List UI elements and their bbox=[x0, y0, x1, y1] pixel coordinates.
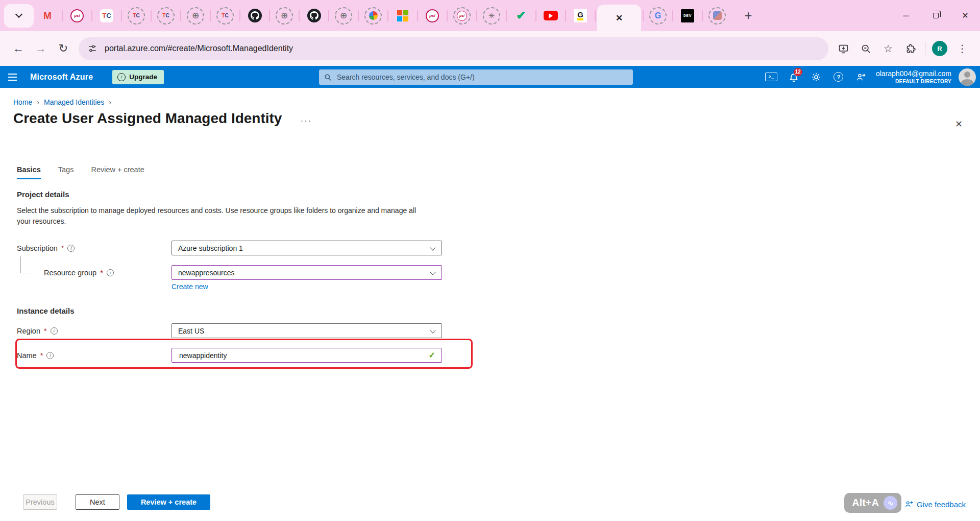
resource-group-label: Resource group* i bbox=[44, 265, 114, 280]
account-info[interactable]: olaraph004@gmail.com DEFAULT DIRECTORY bbox=[876, 69, 951, 85]
browser-tab-active[interactable]: ✕ bbox=[597, 5, 641, 31]
github-icon bbox=[248, 9, 262, 22]
tab-separator bbox=[210, 10, 211, 21]
browser-tab-github[interactable] bbox=[242, 5, 267, 27]
tab-separator bbox=[672, 10, 673, 21]
bookmark-star-icon[interactable]: ☆ bbox=[877, 38, 899, 59]
chevron-down-icon bbox=[430, 327, 435, 333]
tab-separator bbox=[565, 10, 566, 21]
name-input[interactable] bbox=[178, 351, 435, 360]
account-avatar[interactable] bbox=[959, 68, 976, 86]
tab-separator bbox=[180, 10, 181, 21]
notification-count-badge: 12 bbox=[794, 68, 802, 76]
azure-search-bar[interactable] bbox=[319, 69, 633, 85]
browser-tab-globe-dashed[interactable]: ⊕ bbox=[183, 5, 208, 27]
tab-review-create[interactable]: Review + create bbox=[91, 165, 144, 179]
give-feedback-link[interactable]: Give feedback bbox=[904, 500, 966, 509]
browser-tab-tc-dashed[interactable]: TC bbox=[124, 5, 149, 27]
help-icon[interactable]: ? bbox=[829, 67, 848, 87]
address-bar[interactable] bbox=[79, 37, 828, 60]
window-restore-button[interactable] bbox=[921, 0, 950, 31]
region-dropdown[interactable]: East US bbox=[172, 323, 442, 338]
browser-tab-openai-dashed[interactable]: ✳ bbox=[479, 5, 504, 27]
close-icon[interactable]: ✕ bbox=[616, 13, 623, 23]
browser-tab-psi[interactable]: psi bbox=[420, 5, 445, 27]
browser-tab-dev[interactable]: DEV bbox=[675, 5, 700, 27]
youtube-icon bbox=[544, 11, 558, 20]
window-close-button[interactable]: ✕ bbox=[950, 0, 980, 31]
back-button[interactable]: ← bbox=[7, 37, 30, 60]
window-minimize-button[interactable]: ─ bbox=[891, 0, 921, 31]
cloud-shell-icon[interactable]: >_ bbox=[762, 67, 781, 87]
portal-content: Home › Managed Identities › Create User … bbox=[0, 88, 980, 521]
browser-tab-tc-dashed[interactable]: TC bbox=[212, 5, 238, 27]
browser-tab-logo-dashed[interactable] bbox=[704, 5, 730, 27]
new-tab-button[interactable]: + bbox=[738, 8, 758, 23]
browser-tab-psi[interactable]: psi bbox=[64, 5, 90, 27]
psi-logo-icon: psi bbox=[70, 9, 84, 22]
browser-tab-colorwheel-dashed[interactable] bbox=[360, 5, 386, 27]
tab-separator bbox=[643, 10, 644, 21]
browser-tab-tc[interactable]: TC bbox=[94, 5, 119, 27]
dashed-ring: ✳ bbox=[483, 7, 500, 25]
tab-basics[interactable]: Basics bbox=[17, 165, 41, 179]
browser-tab-tc-dashed[interactable]: TC bbox=[153, 5, 179, 27]
settings-gear-icon[interactable] bbox=[806, 67, 826, 87]
extensions-icon[interactable] bbox=[900, 38, 921, 59]
info-icon[interactable]: i bbox=[67, 245, 75, 252]
profile-avatar[interactable]: R bbox=[929, 38, 950, 59]
info-icon[interactable]: i bbox=[51, 327, 58, 335]
close-blade-icon[interactable]: ✕ bbox=[955, 119, 963, 130]
azure-brand[interactable]: Microsoft Azure bbox=[30, 73, 93, 82]
toolbar-actions: ☆ R ⋮ bbox=[832, 38, 973, 59]
chevron-right-icon: › bbox=[109, 98, 111, 106]
subscription-dropdown[interactable]: Azure subscription 1 bbox=[172, 241, 442, 255]
github-icon bbox=[307, 9, 321, 22]
avatar-initial: R bbox=[932, 41, 947, 56]
next-button[interactable]: Next bbox=[76, 494, 119, 510]
dashed-ring: psi bbox=[453, 7, 471, 25]
resource-group-dropdown[interactable]: newappresources bbox=[172, 265, 442, 280]
upgrade-button[interactable]: ↑ Upgrade bbox=[112, 70, 164, 84]
toolbar-divider bbox=[925, 42, 925, 55]
forward-button[interactable]: → bbox=[30, 37, 52, 60]
tab-tags[interactable]: Tags bbox=[58, 165, 74, 179]
breadcrumb-managed-identities[interactable]: Managed Identities bbox=[44, 98, 104, 106]
browser-tab-github[interactable] bbox=[301, 5, 327, 27]
dashed-ring: ⊕ bbox=[276, 7, 293, 25]
page-title: Create User Assigned Managed Identity bbox=[13, 110, 282, 127]
breadcrumb-home[interactable]: Home bbox=[13, 98, 32, 106]
green-check-icon: ✔ bbox=[516, 10, 526, 21]
feedback-icon[interactable] bbox=[851, 67, 871, 87]
browser-tab-microsoft[interactable] bbox=[390, 5, 415, 27]
azure-search-input[interactable] bbox=[336, 73, 628, 82]
info-icon[interactable]: i bbox=[107, 269, 114, 276]
info-icon[interactable]: i bbox=[46, 352, 54, 359]
dashed-ring bbox=[364, 7, 382, 25]
review-create-button[interactable]: Review + create bbox=[127, 494, 210, 510]
browser-tab-g-highlight[interactable]: G bbox=[568, 5, 593, 27]
zoom-out-icon[interactable] bbox=[855, 38, 876, 59]
browser-tab-youtube[interactable] bbox=[538, 5, 564, 27]
region-label: Region* i bbox=[17, 323, 58, 338]
browser-tab-globe-dashed[interactable]: ⊕ bbox=[272, 5, 297, 27]
hamburger-menu-icon[interactable] bbox=[8, 74, 17, 81]
site-settings-icon[interactable] bbox=[88, 44, 97, 53]
browser-tab-gmail[interactable]: M bbox=[35, 5, 60, 27]
browser-tab-psi-dashed[interactable]: psi bbox=[449, 5, 475, 27]
install-app-icon[interactable] bbox=[832, 38, 854, 59]
tab-separator bbox=[447, 10, 448, 21]
tab-search-button[interactable] bbox=[4, 4, 34, 28]
browser-tab-check[interactable]: ✔ bbox=[508, 5, 534, 27]
breadcrumb: Home › Managed Identities › bbox=[13, 98, 111, 106]
notifications-bell-icon[interactable]: 12 bbox=[784, 67, 803, 87]
url-input[interactable] bbox=[104, 43, 819, 54]
browser-tab-google-dashed[interactable]: G bbox=[645, 5, 671, 27]
browser-tab-globe-dashed[interactable]: ⊕ bbox=[331, 5, 356, 27]
more-options-icon[interactable]: ··· bbox=[300, 111, 312, 126]
browser-menu-icon[interactable]: ⋮ bbox=[951, 38, 973, 59]
create-new-link[interactable]: Create new bbox=[172, 282, 208, 291]
openai-icon: ✳ bbox=[488, 12, 495, 19]
reload-button[interactable]: ↻ bbox=[52, 37, 75, 60]
previous-button[interactable]: Previous bbox=[23, 494, 57, 510]
